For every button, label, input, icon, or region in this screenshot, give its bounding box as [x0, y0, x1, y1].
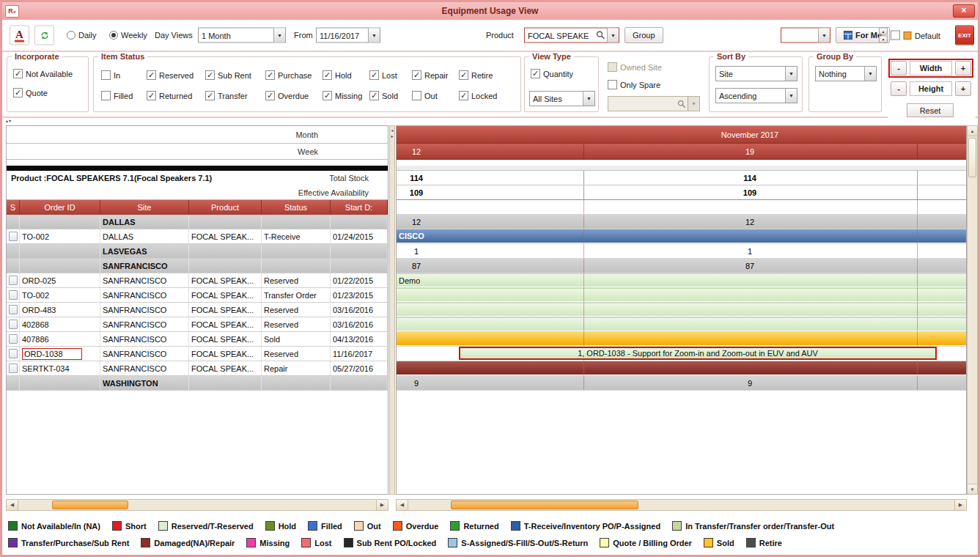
checkbox-retire[interactable]: Retire: [459, 70, 500, 80]
site-group-row[interactable]: LASVEGAS: [7, 244, 388, 259]
height-minus-button[interactable]: -: [891, 81, 907, 96]
vertical-scroll-thumb[interactable]: [968, 138, 976, 177]
site-group-row[interactable]: DALLAS: [7, 215, 388, 229]
refresh-button[interactable]: [34, 26, 54, 45]
checkbox-lost[interactable]: Lost: [369, 70, 412, 80]
splitter-left-icon[interactable]: ◂: [391, 128, 393, 133]
order-row[interactable]: TO-002DALLASFOCAL SPEAK...T-Receive01/24…: [7, 229, 388, 244]
radio-daily[interactable]: Daily: [67, 31, 96, 40]
product-combo[interactable]: FOCAL SPEAKE ▼: [524, 28, 619, 43]
checkbox-purchase[interactable]: Purchase: [265, 70, 323, 80]
pane-collapse-handle[interactable]: ▴▾: [6, 118, 12, 123]
chevron-down-icon[interactable]: ▼: [273, 29, 285, 43]
reset-button[interactable]: Reset: [907, 103, 954, 117]
order-row[interactable]: 407886SANFRANCISCOFOCAL SPEAK...Sold04/1…: [7, 332, 388, 347]
checkbox-sold[interactable]: Sold: [369, 91, 412, 100]
checkbox-in[interactable]: In: [101, 70, 147, 80]
chevron-down-icon[interactable]: ▼: [785, 89, 797, 103]
checkbox-missing[interactable]: Missing: [323, 91, 369, 100]
checkbox-locked[interactable]: Locked: [459, 91, 500, 100]
usage-bar-green[interactable]: [397, 303, 966, 316]
timeline-row[interactable]: 11: [397, 244, 966, 259]
chevron-down-icon[interactable]: ▼: [607, 29, 619, 43]
spinner-up-icon[interactable]: ▲: [879, 28, 888, 35]
chevron-down-icon[interactable]: ▼: [864, 67, 876, 81]
exit-button[interactable]: EXIT: [955, 26, 974, 45]
timeline-row[interactable]: [397, 317, 966, 332]
column-header-product[interactable]: Product: [189, 200, 262, 215]
height-plus-button[interactable]: +: [955, 81, 971, 96]
timeline-row[interactable]: [397, 303, 966, 317]
quantity-checkbox[interactable]: Quantity: [531, 69, 573, 78]
checkbox-repair[interactable]: Repair: [412, 70, 459, 80]
chevron-down-icon[interactable]: ▼: [583, 92, 594, 106]
timeline-row[interactable]: [397, 332, 966, 347]
scroll-right-icon[interactable]: ▶: [954, 500, 966, 510]
checkbox-quote[interactable]: Quote: [13, 88, 73, 97]
timeline-row[interactable]: 1212: [397, 215, 966, 229]
usage-bar-green[interactable]: [397, 288, 966, 301]
chevron-down-icon[interactable]: ▼: [785, 67, 797, 81]
column-header-start-date[interactable]: Start D:: [331, 200, 388, 215]
scroll-up-icon[interactable]: ▲: [968, 126, 977, 136]
close-button[interactable]: ×: [953, 4, 975, 18]
radio-weekly[interactable]: Weekly: [109, 31, 147, 40]
window-titlebar[interactable]: R₂ Equipment Usage View ×: [2, 2, 978, 20]
scroll-left-icon[interactable]: ◀: [397, 500, 408, 510]
timeline-week-header[interactable]: 1219: [397, 144, 966, 160]
usage-bar-green[interactable]: Demo: [397, 273, 966, 287]
order-row[interactable]: ORD-1038SANFRANCISCOFOCAL SPEAK...Reserv…: [7, 347, 388, 361]
checkbox-reserved[interactable]: Reserved: [147, 70, 205, 80]
column-header-order-id[interactable]: Order ID: [20, 200, 100, 215]
usage-bar-blue[interactable]: CISCO: [397, 229, 966, 243]
from-date-field[interactable]: 11/16/2017 ▼: [316, 28, 380, 43]
checkbox-hold[interactable]: Hold: [323, 70, 369, 80]
width-minus-button[interactable]: -: [891, 61, 907, 75]
site-group-row[interactable]: SANFRANCISCO: [7, 259, 388, 273]
chevron-down-icon[interactable]: ▼: [818, 29, 830, 43]
splitter-right-icon[interactable]: ▸: [391, 133, 393, 139]
horizontal-scroll-thumb[interactable]: [52, 501, 128, 509]
checkbox-not-available[interactable]: Not Available: [13, 69, 73, 78]
timeline-row[interactable]: CISCO: [397, 229, 966, 244]
usage-bar-green[interactable]: 1, ORD-1038 - Support for Zoom-in and Zo…: [459, 347, 937, 360]
column-header-status[interactable]: Status: [262, 200, 331, 215]
sort-direction-dropdown[interactable]: Ascending ▼: [715, 88, 797, 103]
group-by-dropdown[interactable]: Nothing ▼: [815, 66, 877, 81]
pane-splitter[interactable]: ◂ ▸: [389, 125, 395, 495]
column-header-select[interactable]: S: [7, 200, 20, 215]
checkbox-returned[interactable]: Returned: [147, 91, 205, 100]
only-spare-checkbox[interactable]: Only Spare: [608, 80, 660, 89]
horizontal-scroll-thumb[interactable]: [451, 501, 638, 509]
order-row[interactable]: SERTKT-034SANFRANCISCOFOCAL SPEAK...Repa…: [7, 361, 388, 376]
group-button[interactable]: Group: [625, 27, 663, 43]
width-plus-button[interactable]: +: [955, 61, 971, 75]
scroll-left-icon[interactable]: ◀: [7, 500, 18, 510]
order-row[interactable]: ORD-025SANFRANCISCOFOCAL SPEAK...Reserve…: [7, 273, 388, 288]
order-row[interactable]: ORD-483SANFRANCISCOFOCAL SPEAK...Reserve…: [7, 303, 388, 317]
default-checkbox[interactable]: Default: [891, 31, 940, 40]
usage-bar-gold[interactable]: [397, 332, 966, 345]
checkbox-transfer[interactable]: Transfer: [205, 91, 265, 100]
timeline-row[interactable]: Demo: [397, 273, 966, 288]
quick-select-dropdown[interactable]: ▼: [781, 28, 830, 43]
site-group-row[interactable]: WASHINGTON: [7, 376, 388, 391]
order-row[interactable]: TO-002SANFRANCISCOFOCAL SPEAK...Transfer…: [7, 288, 388, 303]
column-header-site[interactable]: Site: [100, 200, 189, 215]
checkbox-filled[interactable]: Filled: [101, 91, 147, 100]
sort-field-dropdown[interactable]: Site ▼: [715, 66, 797, 81]
timeline-row[interactable]: [397, 361, 966, 376]
font-color-button[interactable]: A: [10, 26, 29, 45]
scroll-down-icon[interactable]: ▼: [968, 484, 977, 494]
period-dropdown[interactable]: 1 Month ▼: [198, 28, 286, 43]
scroll-right-icon[interactable]: ▶: [376, 500, 388, 510]
order-row[interactable]: 402868SANFRANCISCOFOCAL SPEAK...Reserved…: [7, 317, 388, 332]
timeline-row[interactable]: 8787: [397, 259, 966, 273]
timeline-row[interactable]: 1, ORD-1038 - Support for Zoom-in and Zo…: [397, 347, 966, 361]
timeline-horizontal-scrollbar[interactable]: ◀ ▶: [396, 499, 967, 511]
checkbox-out[interactable]: Out: [412, 91, 459, 100]
timeline-row[interactable]: [397, 288, 966, 303]
timeline-row[interactable]: 99: [397, 376, 966, 391]
sites-dropdown[interactable]: All Sites ▼: [529, 91, 595, 106]
spinner-down-icon[interactable]: ▼: [879, 36, 888, 43]
